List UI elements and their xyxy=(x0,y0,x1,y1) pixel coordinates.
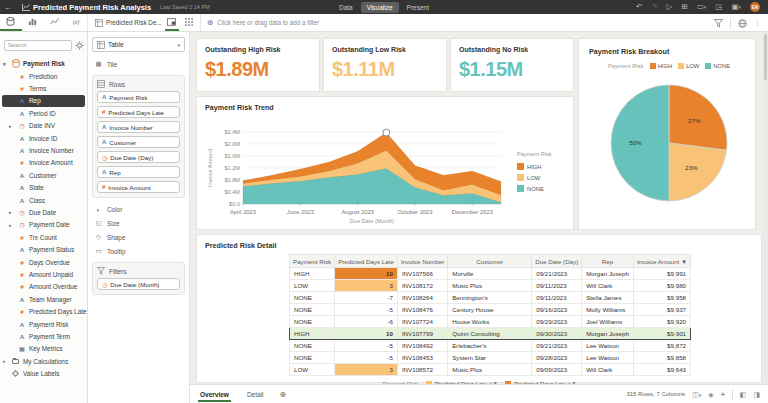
item-my-calculations[interactable]: ▸My Calculations xyxy=(0,355,87,367)
field-payment-status[interactable]: APayment Status xyxy=(0,243,87,255)
field-prediction[interactable]: #Prediction xyxy=(0,70,87,82)
nav-data[interactable]: Data xyxy=(333,2,359,13)
col-header-rep[interactable]: Rep xyxy=(582,255,634,268)
kpi-card-3[interactable]: Outstanding No Risk$1.15M xyxy=(450,38,574,92)
table-row[interactable]: NONE-6INV107724House Works09/29/2023Joel… xyxy=(290,316,691,328)
col-header-predicted-days-late[interactable]: Predicted Days Late xyxy=(335,255,398,268)
kpi-card-1[interactable]: Outstanding High Risk$1.89M xyxy=(196,38,320,92)
field-invoice-id[interactable]: AInvoice ID xyxy=(0,132,87,144)
pill-payment-risk[interactable]: APayment Risk xyxy=(97,91,180,103)
filters-shelf[interactable]: Filters ◷Due Date (Month) xyxy=(92,262,185,295)
detail-table-card[interactable]: Predicted Risk Detail Payment RiskPredic… xyxy=(196,234,762,383)
pie-chart[interactable]: 27%23%50% xyxy=(589,71,749,211)
table-row[interactable]: NONE-7INV108264Bennington's09/11/2023Ste… xyxy=(290,292,691,304)
field-team-manager[interactable]: ATeam Manager xyxy=(0,293,87,305)
left-panel-toggle-icon[interactable]: ◧ xyxy=(740,391,747,398)
field-amount-unpaid[interactable]: #Amount Unpaid xyxy=(0,268,87,280)
table-row[interactable]: NONE-5INV108492Erlebacher's09/21/2023Lee… xyxy=(290,340,691,352)
functions-pane-tab[interactable]: (x) xyxy=(65,14,87,31)
prop-size[interactable]: ◱Size xyxy=(92,216,185,230)
grid-view-icon[interactable] xyxy=(182,14,196,31)
pill-customer[interactable]: ACustomer xyxy=(97,136,180,148)
canvas-tab-overview[interactable]: Overview xyxy=(198,387,231,402)
field-due-date[interactable]: ▸◷Due Date xyxy=(0,206,87,218)
undo-icon[interactable]: ↶ xyxy=(636,3,642,11)
pill-due-date-month-[interactable]: ◷Due Date (Month) xyxy=(97,278,180,290)
nav-present[interactable]: Present xyxy=(401,2,435,13)
globe-icon[interactable] xyxy=(738,14,747,32)
field-predicted-days-late[interactable]: #Predicted Days Late xyxy=(0,305,87,317)
table-row[interactable]: NONE-5INV108476Century House09/16/2023Mo… xyxy=(290,304,691,316)
viz-type-select[interactable]: Table ▾ xyxy=(92,37,185,52)
analytics-pane-tab[interactable] xyxy=(44,14,66,31)
layout-selector-icon[interactable]: ◫▾ xyxy=(692,391,701,398)
table-row[interactable]: HIGH10INV107566Morville09/21/2023Morgan … xyxy=(290,268,691,280)
col-header-invoice-number[interactable]: Invoice Number xyxy=(397,255,447,268)
field-key-metrics[interactable]: ▦Key Metrics xyxy=(0,343,87,355)
field-class[interactable]: AClass xyxy=(0,194,87,206)
save-icon[interactable]: ▣▾ xyxy=(731,3,741,11)
expand-caret-icon[interactable]: ▸ xyxy=(9,222,12,228)
prop-shape[interactable]: ◇Shape xyxy=(92,230,185,244)
canvas-tab-detail[interactable]: Detail xyxy=(245,387,266,402)
field-payment-term[interactable]: APayment Term xyxy=(0,330,87,342)
pie-slice-low[interactable] xyxy=(669,143,727,201)
col-header-customer[interactable]: Customer xyxy=(448,255,532,268)
canvas-sheet-tab[interactable]: Predicted Risk De... xyxy=(88,14,201,31)
add-canvas-icon[interactable]: ⊕ xyxy=(280,390,287,399)
notebook-icon[interactable]: ⊞ xyxy=(681,3,687,11)
table-row[interactable]: NONE-5INV108453System Star09/28/2023Lee … xyxy=(290,352,691,364)
field-terms[interactable]: #Terms xyxy=(0,82,87,94)
pie-chart-card[interactable]: Payment Risk Breakout Payment RiskHIGHLO… xyxy=(578,38,756,230)
expand-caret-icon[interactable]: ▸ xyxy=(9,209,12,215)
pill-due-date-day-[interactable]: ◷Due Date (Day) xyxy=(97,151,180,163)
canvas-filter-icon[interactable] xyxy=(714,14,723,32)
col-header-due-date-day-[interactable]: Due Date (Day) xyxy=(532,255,582,268)
pill-predicted-days-late[interactable]: #Predicted Days Late xyxy=(97,106,180,118)
field-customer[interactable]: ACustomer xyxy=(0,169,87,181)
export-icon[interactable]: ◳ xyxy=(715,3,722,11)
col-header-payment-risk[interactable]: Payment Risk xyxy=(290,255,335,268)
dataset-root[interactable]: ▾Payment Risk xyxy=(0,57,87,70)
pill-invoice-amount[interactable]: #Invoice Amount xyxy=(97,181,180,193)
expand-caret-icon[interactable]: ▸ xyxy=(3,358,6,364)
table-row[interactable]: LOW3INV108172Music Plus09/11/2023Will Cl… xyxy=(290,280,691,292)
avatar[interactable]: EN xyxy=(750,2,760,12)
data-pane-tab[interactable] xyxy=(0,14,22,31)
field-amount-overdue[interactable]: #Amount Overdue xyxy=(0,281,87,293)
search-input[interactable] xyxy=(4,40,72,51)
kpi-card-2[interactable]: Outstanding Low Risk$1.11M xyxy=(323,38,447,92)
back-icon[interactable]: ← xyxy=(0,3,16,12)
collapse-caret-icon[interactable]: ▾ xyxy=(3,61,6,67)
more-menu-icon[interactable]: ⋮ xyxy=(754,19,761,26)
comments-icon[interactable]: ▭▾ xyxy=(697,3,707,11)
field-date-inv[interactable]: ▸◷Date INV xyxy=(0,120,87,132)
col-header-invoice-amount[interactable]: Invoice Amount ▼ xyxy=(633,255,690,268)
trend-chart[interactable]: $0.0$0.4M$0.8M$1.2M$1.6M$2.0M$2.4MApril … xyxy=(205,112,571,232)
canvas-scrollbar[interactable] xyxy=(763,32,768,384)
pill-rep[interactable]: ARep xyxy=(97,166,180,178)
rows-shelf[interactable]: Rows APayment Risk#Predicted Days LateAI… xyxy=(92,75,185,198)
trend-chart-card[interactable]: Payment Risk Trend $0.0$0.4M$0.8M$1.2M$1… xyxy=(196,96,574,230)
canvas-view-icon[interactable] xyxy=(165,14,179,31)
field-days-overdue[interactable]: #Days Overdue xyxy=(0,256,87,268)
tile-target[interactable]: ▦ Tile xyxy=(92,57,185,71)
field-payment-risk[interactable]: APayment Risk xyxy=(0,318,87,330)
data-settings-gear-icon[interactable] xyxy=(75,36,84,54)
table-row[interactable]: HIGH10INV107799Quinn Consulting09/30/202… xyxy=(290,328,691,340)
prop-tooltip[interactable]: ▭Tooltip xyxy=(92,244,185,258)
nav-visualize[interactable]: Visualize xyxy=(361,2,399,13)
pill-invoice-number[interactable]: AInvoice Number xyxy=(97,121,180,133)
filter-drop-zone[interactable]: ⊕ Click here or drag data to add a filte… xyxy=(201,14,707,31)
item-value-labels[interactable]: Value Labels xyxy=(0,367,87,379)
table-row[interactable]: LOW3INV108572Music Plus09/09/2023Will Cl… xyxy=(290,364,691,376)
preview-icon[interactable]: ▷ xyxy=(667,3,673,11)
prop-color[interactable]: ◐Color xyxy=(92,202,185,216)
field-period-id[interactable]: APeriod ID xyxy=(0,107,87,119)
field-state[interactable]: AState xyxy=(0,182,87,194)
auto-insights-icon[interactable]: + xyxy=(721,391,725,398)
redo-icon[interactable]: ↷ xyxy=(651,3,657,11)
field-rep[interactable]: ARep xyxy=(2,95,85,107)
right-panel-toggle-icon[interactable]: ◨ xyxy=(753,391,760,398)
detail-table[interactable]: Payment RiskPredicted Days LateInvoice N… xyxy=(289,254,691,376)
